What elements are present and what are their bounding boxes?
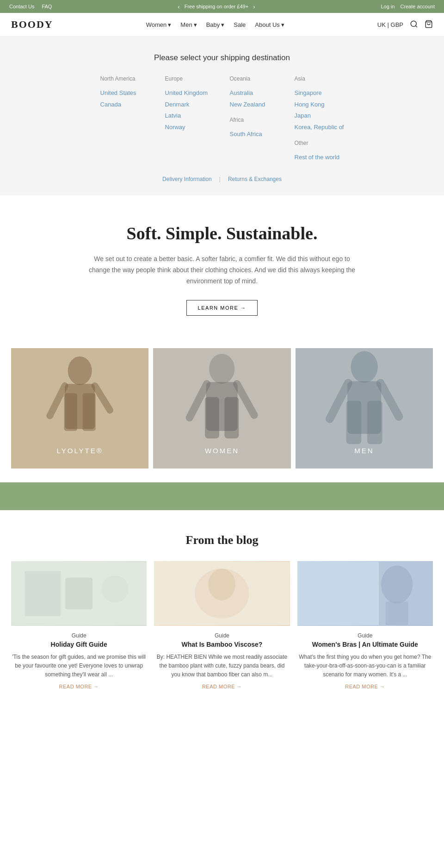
col-header-africa: Africa bbox=[230, 117, 276, 123]
blog-image-1 bbox=[154, 561, 290, 626]
col-header-north-america: North America bbox=[100, 75, 147, 82]
category-label-lyolyte: LYOLYTE® bbox=[56, 447, 103, 455]
category-card-lyolyte[interactable]: LYOLYTE® bbox=[11, 348, 148, 468]
hero-section: Soft. Simple. Sustainable. We set out to… bbox=[0, 195, 444, 334]
blog-post-title-2: Women's Bras | An Ultimate Guide bbox=[297, 641, 433, 648]
svg-point-0 bbox=[411, 21, 416, 26]
svg-line-20 bbox=[380, 383, 399, 416]
locale-selector[interactable]: UK | GBP bbox=[377, 21, 403, 28]
logo[interactable]: BOODY bbox=[11, 19, 53, 31]
blog-read-more-1[interactable]: READ MORE → bbox=[154, 684, 290, 689]
nav-about-us[interactable]: About Us ▾ bbox=[255, 21, 284, 28]
svg-rect-12 bbox=[225, 397, 239, 438]
shipping-link-new-zealand[interactable]: New Zealand bbox=[230, 99, 276, 111]
blog-grid: Guide Holiday Gift Guide 'Tis the season… bbox=[11, 561, 433, 690]
shipping-link-singapore[interactable]: Singapore bbox=[295, 87, 344, 99]
shipping-title: Please select your shipping destination bbox=[18, 53, 426, 62]
shipping-grid: North America United States Canada Europ… bbox=[18, 75, 426, 163]
promo-prev-arrow[interactable]: ‹ bbox=[178, 3, 179, 10]
blog-post-title-0: Holiday Gift Guide bbox=[11, 641, 147, 648]
shipping-link-japan[interactable]: Japan bbox=[295, 110, 344, 122]
login-link[interactable]: Log in bbox=[381, 4, 395, 9]
faq-link[interactable]: FAQ bbox=[42, 4, 52, 9]
svg-rect-23 bbox=[65, 578, 92, 609]
search-icon[interactable] bbox=[410, 20, 418, 30]
svg-rect-6 bbox=[82, 393, 95, 431]
col-header-asia: Asia bbox=[295, 75, 344, 82]
svg-line-14 bbox=[237, 384, 254, 415]
nav-baby[interactable]: Baby ▾ bbox=[206, 21, 225, 28]
blog-image-0 bbox=[11, 561, 147, 626]
top-bar: Contact Us FAQ ‹ Free shipping on order … bbox=[0, 0, 444, 13]
svg-rect-31 bbox=[385, 601, 408, 625]
contact-us-link[interactable]: Contact Us bbox=[9, 4, 34, 9]
shipping-link-australia[interactable]: Australia bbox=[230, 87, 276, 99]
learn-more-button[interactable]: LEARN MORE → bbox=[186, 300, 258, 316]
shipping-col-north-america: North America United States Canada bbox=[100, 75, 147, 163]
create-account-link[interactable]: Create account bbox=[400, 4, 435, 9]
chevron-down-icon: ▾ bbox=[168, 21, 171, 28]
cart-icon[interactable] bbox=[425, 20, 433, 30]
svg-point-3 bbox=[68, 356, 92, 385]
hero-description: We set out to create a better basic. A s… bbox=[83, 254, 361, 287]
promo-text: Free shipping on order £49+ bbox=[185, 4, 249, 9]
shipping-link-united-states[interactable]: United States bbox=[100, 87, 147, 99]
shipping-col-oceania: Oceania Australia New Zealand Africa Sou… bbox=[230, 75, 276, 163]
shipping-link-latvia[interactable]: Latvia bbox=[165, 110, 211, 122]
shipping-link-canada[interactable]: Canada bbox=[100, 99, 147, 111]
category-section: LYOLYTE® WOMEN bbox=[0, 334, 444, 482]
blog-excerpt-2: What's the first thing you do when you g… bbox=[297, 653, 433, 680]
top-bar-left: Contact Us FAQ bbox=[9, 4, 52, 9]
blog-section: From the blog Guide Holiday Gift Guide '… bbox=[0, 510, 444, 708]
svg-point-9 bbox=[209, 354, 234, 384]
shipping-col-asia: Asia Singapore Hong Kong Japan Korea, Re… bbox=[295, 75, 344, 163]
svg-rect-17 bbox=[346, 401, 361, 444]
blog-card-2: Guide Women's Bras | An Ultimate Guide W… bbox=[297, 561, 433, 690]
shipping-col-europe: Europe United Kingdom Denmark Latvia Nor… bbox=[165, 75, 211, 163]
blog-read-more-0[interactable]: READ MORE → bbox=[11, 684, 147, 689]
shipping-link-hong-kong[interactable]: Hong Kong bbox=[295, 99, 344, 111]
chevron-down-icon: ▾ bbox=[221, 21, 224, 28]
shipping-link-rest-of-world[interactable]: Rest of the world bbox=[295, 152, 344, 163]
green-banner bbox=[0, 482, 444, 510]
shipping-link-united-kingdom[interactable]: United Kingdom bbox=[165, 87, 211, 99]
footer-divider: | bbox=[219, 176, 221, 182]
shipping-link-denmark[interactable]: Denmark bbox=[165, 99, 211, 111]
returns-exchanges-link[interactable]: Returns & Exchanges bbox=[228, 176, 282, 182]
category-card-women[interactable]: WOMEN bbox=[153, 348, 290, 468]
blog-category-0: Guide bbox=[11, 632, 147, 639]
col-header-europe: Europe bbox=[165, 75, 211, 82]
col-header-oceania: Oceania bbox=[230, 75, 276, 82]
shipping-link-norway[interactable]: Norway bbox=[165, 122, 211, 133]
svg-rect-18 bbox=[367, 401, 382, 444]
col-header-other: Other bbox=[295, 140, 344, 146]
nav-men[interactable]: Men ▾ bbox=[180, 21, 197, 28]
blog-category-2: Guide bbox=[297, 632, 433, 639]
main-nav: Women ▾ Men ▾ Baby ▾ Sale About Us ▾ bbox=[146, 21, 284, 28]
shipping-link-south-africa[interactable]: South Africa bbox=[230, 129, 276, 140]
svg-point-15 bbox=[351, 351, 378, 382]
blog-section-title: From the blog bbox=[11, 533, 433, 547]
svg-rect-11 bbox=[205, 397, 219, 438]
svg-rect-5 bbox=[64, 393, 77, 431]
top-bar-center: ‹ Free shipping on order £49+ › bbox=[52, 3, 381, 10]
svg-line-8 bbox=[95, 386, 110, 410]
svg-point-24 bbox=[102, 575, 129, 603]
blog-read-more-2[interactable]: READ MORE → bbox=[297, 684, 433, 689]
chevron-down-icon: ▾ bbox=[194, 21, 197, 28]
svg-point-30 bbox=[381, 565, 413, 603]
svg-line-19 bbox=[330, 383, 348, 418]
nav-sale[interactable]: Sale bbox=[234, 21, 246, 28]
blog-category-1: Guide bbox=[154, 632, 290, 639]
top-bar-right: Log in Create account bbox=[381, 4, 435, 9]
shipping-link-korea[interactable]: Korea, Republic of bbox=[295, 122, 344, 133]
delivery-information-link[interactable]: Delivery Information bbox=[162, 176, 212, 182]
hero-title: Soft. Simple. Sustainable. bbox=[18, 223, 426, 244]
nav-women[interactable]: Women ▾ bbox=[146, 21, 172, 28]
category-label-women: WOMEN bbox=[205, 447, 239, 455]
blog-post-title-1: What Is Bamboo Viscose? bbox=[154, 641, 290, 648]
promo-next-arrow[interactable]: › bbox=[253, 3, 255, 10]
category-card-men[interactable]: MEN bbox=[296, 348, 433, 468]
blog-image-2 bbox=[297, 561, 433, 626]
svg-line-1 bbox=[415, 25, 417, 27]
